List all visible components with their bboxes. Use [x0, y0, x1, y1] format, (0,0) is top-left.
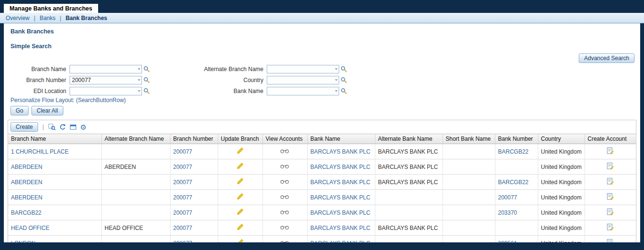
alternate-branch-name-magnifier-icon[interactable] — [341, 66, 347, 73]
tab-bank-branches[interactable]: Bank Branches — [56, 15, 108, 21]
bank-name-link[interactable]: BARCLAYS BANK PLC — [311, 148, 371, 155]
go-button[interactable]: Go — [10, 106, 29, 115]
branch-name-link[interactable]: 1 CHURCHILL PLACE — [11, 148, 69, 155]
bank-name-link[interactable]: BARCLAYS BANK PLC — [311, 240, 371, 243]
update-branch-pencil-icon[interactable] — [236, 223, 244, 231]
create-account-icon[interactable] — [606, 223, 614, 231]
clear-all-button[interactable]: Clear All — [31, 106, 63, 115]
column-header-bank-name: Bank Name — [307, 134, 375, 144]
branch-number-link[interactable]: 200077 — [173, 240, 192, 243]
create-account-icon[interactable] — [606, 147, 614, 155]
update-branch-pencil-icon[interactable] — [236, 177, 244, 185]
branch-name-link[interactable]: ABERDEEN — [11, 179, 42, 186]
view-accounts-glasses-icon[interactable] — [280, 225, 290, 230]
alt-bank-name-cell — [375, 236, 443, 243]
settings-gear-icon[interactable]: ⚙ — [80, 124, 86, 131]
view-accounts-glasses-icon[interactable] — [280, 149, 290, 154]
short-bank-name-cell — [443, 144, 495, 159]
refresh-icon[interactable] — [59, 124, 66, 131]
table-row: ABERDEEN 200077 BARCLAYS BANK PLC 200077… — [8, 190, 636, 205]
page-title: Manage Banks and Branches — [4, 4, 98, 13]
column-header-country: Country — [538, 134, 584, 144]
bank-name-link[interactable]: BARCLAYS BANK PLC — [311, 194, 371, 201]
create-account-icon[interactable] — [606, 239, 614, 242]
alt-branch-name-cell — [101, 175, 170, 190]
chevron-down-icon[interactable] — [335, 68, 338, 70]
bank-name-link[interactable]: BARCLAYS BANK PLC — [311, 225, 371, 231]
branch-number-link[interactable]: 200077 — [173, 225, 192, 231]
branch-name-link[interactable]: ABERDEEN — [11, 164, 42, 170]
country-cell: United Kingdom — [538, 175, 584, 190]
chevron-down-icon[interactable] — [335, 79, 338, 81]
alt-branch-name-cell: HEAD OFFICE — [101, 220, 170, 236]
column-header-branch-number: Branch Number — [170, 134, 218, 144]
personalize-flow-layout-link[interactable]: Personalize Flow Layout: (SearchButtonRo… — [10, 97, 640, 104]
update-branch-pencil-icon[interactable] — [236, 208, 244, 216]
bank-number-link[interactable]: 200077 — [498, 194, 517, 201]
update-branch-pencil-icon[interactable] — [236, 162, 244, 170]
view-accounts-glasses-icon[interactable] — [280, 179, 290, 184]
create-account-icon[interactable] — [606, 177, 614, 185]
column-header-bank-number: Bank Number — [495, 134, 538, 144]
bank-name-input[interactable] — [267, 87, 339, 95]
chevron-down-icon[interactable] — [138, 68, 141, 70]
view-accounts-glasses-icon[interactable] — [280, 195, 290, 199]
short-bank-name-cell — [443, 236, 495, 243]
bank-name-magnifier-icon[interactable] — [341, 88, 347, 94]
alt-branch-name-cell — [101, 205, 170, 220]
branch-name-link[interactable]: ABERDEEN — [11, 194, 42, 201]
branch-number-input[interactable] — [70, 76, 142, 84]
branch-number-magnifier-icon[interactable] — [143, 77, 150, 83]
branch-name-input[interactable] — [70, 65, 142, 73]
view-accounts-glasses-icon[interactable] — [280, 240, 290, 243]
alt-branch-name-cell — [101, 144, 170, 159]
table-row: HEAD OFFICE HEAD OFFICE 200077 BARCLAYS … — [8, 220, 636, 236]
branch-number-link[interactable]: 200077 — [173, 194, 192, 201]
branch-number-link[interactable]: 200077 — [173, 209, 192, 216]
bank-name-link[interactable]: BARCLAYS BANK PLC — [311, 209, 371, 216]
chevron-down-icon[interactable] — [138, 90, 141, 92]
short-bank-name-cell — [443, 205, 495, 220]
alt-branch-name-cell — [101, 236, 170, 243]
branch-name-magnifier-icon[interactable] — [143, 66, 150, 73]
bank-number-link[interactable]: BARCGB22 — [498, 148, 529, 155]
branch-name-link[interactable]: BARCGB22 — [11, 209, 41, 216]
detach-icon[interactable] — [70, 124, 77, 131]
alt-bank-name-cell: BARCLAYS BANK PLC — [375, 175, 443, 190]
bank-number-link[interactable]: 209561 — [498, 240, 517, 243]
create-account-icon[interactable] — [606, 208, 614, 216]
branch-name-link[interactable]: LONDON — [11, 240, 35, 243]
country-magnifier-icon[interactable] — [341, 77, 347, 83]
edi-location-input[interactable] — [70, 87, 142, 95]
tab-overview[interactable]: Overview — [6, 15, 30, 21]
branch-name-link[interactable]: HEAD OFFICE — [11, 225, 50, 231]
view-accounts-glasses-icon[interactable] — [280, 210, 290, 215]
bank-number-link[interactable]: BARCGB22 — [498, 179, 529, 186]
bank-name-link[interactable]: BARCLAYS BANK PLC — [311, 179, 371, 186]
branch-number-link[interactable]: 200077 — [173, 164, 192, 170]
alternate-branch-name-input[interactable] — [267, 65, 339, 73]
branch-number-link[interactable]: 200077 — [173, 148, 192, 155]
create-button[interactable]: Create — [10, 122, 38, 132]
edi-location-magnifier-icon[interactable] — [143, 88, 150, 94]
view-accounts-glasses-icon[interactable] — [280, 164, 290, 169]
advanced-search-button[interactable]: Advanced Search — [579, 53, 634, 63]
update-branch-pencil-icon[interactable] — [236, 239, 244, 242]
country-input[interactable] — [267, 76, 339, 84]
update-branch-pencil-icon[interactable] — [236, 193, 244, 200]
create-account-icon[interactable] — [606, 162, 614, 170]
tab-banks[interactable]: Banks — [30, 15, 55, 21]
branch-number-link[interactable]: 200077 — [173, 179, 192, 186]
short-bank-name-cell — [443, 159, 495, 175]
column-header-branch-name: Branch Name — [8, 134, 101, 144]
chevron-down-icon[interactable] — [138, 79, 141, 81]
export-icon[interactable] — [48, 123, 56, 131]
country-cell: United Kingdom — [538, 205, 584, 220]
chevron-down-icon[interactable] — [335, 90, 338, 92]
alt-branch-name-cell — [101, 190, 170, 205]
create-account-icon[interactable] — [606, 193, 614, 200]
bank-name-link[interactable]: BARCLAYS BANK PLC — [311, 164, 371, 170]
country-cell: United Kingdom — [538, 159, 584, 175]
update-branch-pencil-icon[interactable] — [236, 147, 244, 155]
bank-number-link[interactable]: 203370 — [498, 209, 517, 216]
